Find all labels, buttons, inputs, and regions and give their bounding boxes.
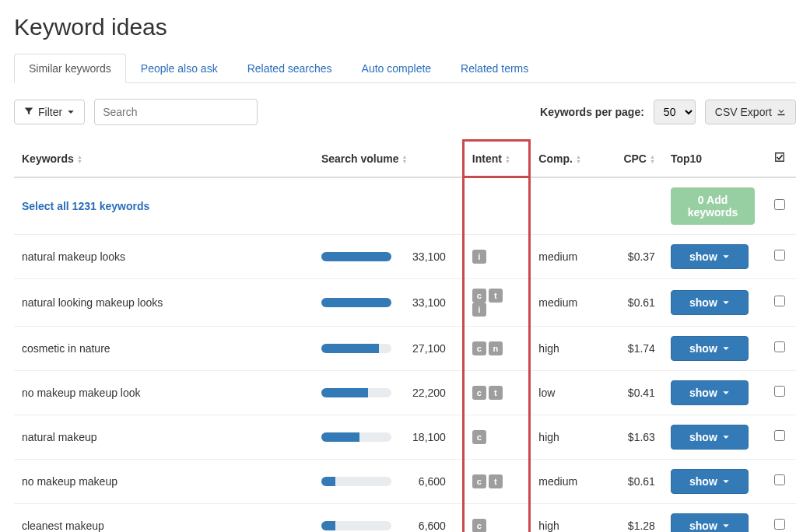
volume-value: 6,600 bbox=[399, 520, 446, 532]
intent-cell: ct bbox=[463, 459, 530, 503]
chevron-down-icon bbox=[722, 520, 730, 532]
sort-icon: ▲▼ bbox=[77, 155, 82, 164]
cpc-cell: $1.28 bbox=[605, 503, 663, 532]
intent-badge-c: c bbox=[472, 519, 486, 533]
show-button[interactable]: show bbox=[671, 336, 749, 361]
volume-cell: 6,600 bbox=[314, 459, 463, 503]
keyword-cell: cleanest makeup bbox=[14, 503, 314, 532]
tabs-bar: Similar keywordsPeople also askRelated s… bbox=[14, 53, 796, 83]
search-input[interactable] bbox=[94, 99, 258, 125]
comp-cell: high bbox=[530, 326, 605, 370]
top10-cell: show bbox=[663, 503, 763, 532]
toolbar: Filter Keywords per page: 50 CSV Export bbox=[14, 99, 796, 125]
download-icon bbox=[777, 106, 786, 118]
sort-icon: ▲▼ bbox=[402, 155, 408, 164]
intent-cell: cti bbox=[463, 278, 530, 326]
tab-auto-complete[interactable]: Auto complete bbox=[347, 54, 447, 83]
volume-bar bbox=[321, 344, 391, 353]
page-title: Keyword ideas bbox=[14, 14, 796, 40]
col-header-cpc[interactable]: CPC▲▼ bbox=[605, 141, 663, 177]
comp-cell: medium bbox=[530, 234, 605, 278]
show-button[interactable]: show bbox=[671, 380, 749, 405]
col-header-check[interactable] bbox=[763, 141, 796, 177]
show-button[interactable]: show bbox=[671, 425, 749, 450]
volume-cell: 27,100 bbox=[314, 326, 463, 370]
per-page-label: Keywords per page: bbox=[540, 106, 644, 118]
volume-bar bbox=[321, 477, 391, 486]
show-button[interactable]: show bbox=[671, 244, 749, 269]
col-header-keywords[interactable]: Keywords▲▼ bbox=[14, 141, 314, 177]
intent-cell: cn bbox=[463, 326, 530, 370]
add-keywords-button[interactable]: 0 Add keywords bbox=[671, 187, 755, 225]
show-label: show bbox=[689, 387, 717, 399]
comp-cell: high bbox=[530, 415, 605, 459]
chevron-down-icon bbox=[722, 387, 730, 399]
row-checkbox[interactable] bbox=[774, 386, 785, 397]
chevron-down-icon bbox=[722, 296, 730, 309]
check-all-icon[interactable] bbox=[774, 152, 785, 165]
col-header-intent[interactable]: Intent▲▼ bbox=[463, 141, 530, 177]
chevron-down-icon bbox=[722, 250, 730, 263]
filter-button[interactable]: Filter bbox=[14, 100, 85, 124]
keyword-cell: no makeup makeup bbox=[14, 459, 314, 503]
intent-badge-t: t bbox=[489, 289, 503, 303]
show-label: show bbox=[689, 342, 717, 355]
cpc-cell: $0.61 bbox=[605, 459, 663, 503]
filter-label: Filter bbox=[38, 106, 62, 118]
row-checkbox[interactable] bbox=[774, 250, 785, 261]
per-page-select[interactable]: 50 bbox=[654, 100, 696, 124]
show-label: show bbox=[689, 250, 717, 263]
show-label: show bbox=[689, 475, 717, 488]
chevron-down-icon bbox=[67, 106, 75, 118]
table-row: natural looking makeup looks 33,100 cti … bbox=[14, 278, 796, 326]
row-checkbox[interactable] bbox=[774, 199, 785, 210]
table-row: natural makeup 18,100 c high $1.63 show bbox=[14, 415, 796, 459]
comp-cell: medium bbox=[530, 459, 605, 503]
volume-value: 6,600 bbox=[399, 475, 446, 488]
volume-value: 22,200 bbox=[399, 387, 446, 399]
row-checkbox[interactable] bbox=[774, 430, 785, 441]
show-label: show bbox=[689, 520, 717, 532]
keyword-cell: natural makeup looks bbox=[14, 234, 314, 278]
table-row: cleanest makeup 6,600 c high $1.28 show bbox=[14, 503, 796, 532]
show-button[interactable]: show bbox=[671, 290, 749, 315]
col-header-comp[interactable]: Comp.▲▼ bbox=[530, 141, 605, 177]
row-checkbox[interactable] bbox=[774, 474, 785, 485]
intent-badge-c: c bbox=[472, 474, 486, 488]
sort-icon: ▲▼ bbox=[505, 155, 510, 164]
chevron-down-icon bbox=[722, 475, 730, 488]
intent-badge-c: c bbox=[472, 430, 486, 444]
intent-cell: c bbox=[463, 503, 530, 532]
cpc-cell: $1.74 bbox=[605, 326, 663, 370]
col-header-volume[interactable]: Search volume▲▼ bbox=[314, 141, 463, 177]
comp-cell: medium bbox=[530, 278, 605, 326]
row-checkbox[interactable] bbox=[774, 341, 785, 352]
tab-people-also-ask[interactable]: People also ask bbox=[126, 54, 233, 83]
cpc-cell: $0.41 bbox=[605, 370, 663, 415]
keyword-cell: natural looking makeup looks bbox=[14, 278, 314, 326]
show-button[interactable]: show bbox=[671, 469, 749, 494]
sort-icon: ▲▼ bbox=[576, 155, 581, 164]
intent-badge-t: t bbox=[489, 386, 503, 400]
tab-related-terms[interactable]: Related terms bbox=[446, 54, 543, 83]
top10-cell: show bbox=[663, 415, 763, 459]
sort-icon: ▲▼ bbox=[650, 155, 655, 164]
csv-export-button[interactable]: CSV Export bbox=[705, 100, 796, 124]
volume-bar bbox=[321, 252, 391, 261]
cpc-cell: $1.63 bbox=[605, 415, 663, 459]
tab-related-searches[interactable]: Related searches bbox=[233, 54, 347, 83]
intent-badge-n: n bbox=[489, 341, 503, 355]
intent-cell: i bbox=[463, 234, 530, 278]
top10-cell: show bbox=[663, 370, 763, 415]
show-button[interactable]: show bbox=[671, 513, 749, 533]
row-checkbox[interactable] bbox=[774, 519, 785, 530]
tab-similar-keywords[interactable]: Similar keywords bbox=[14, 54, 126, 83]
row-checkbox[interactable] bbox=[774, 296, 785, 306]
show-label: show bbox=[689, 431, 717, 443]
volume-cell: 18,100 bbox=[314, 415, 463, 459]
volume-bar bbox=[321, 388, 391, 397]
intent-cell: ct bbox=[463, 370, 530, 415]
select-all-link[interactable]: Select all 1231 keywords bbox=[22, 200, 149, 212]
table-row: natural makeup looks 33,100 i medium $0.… bbox=[14, 234, 796, 278]
volume-cell: 22,200 bbox=[314, 370, 463, 415]
